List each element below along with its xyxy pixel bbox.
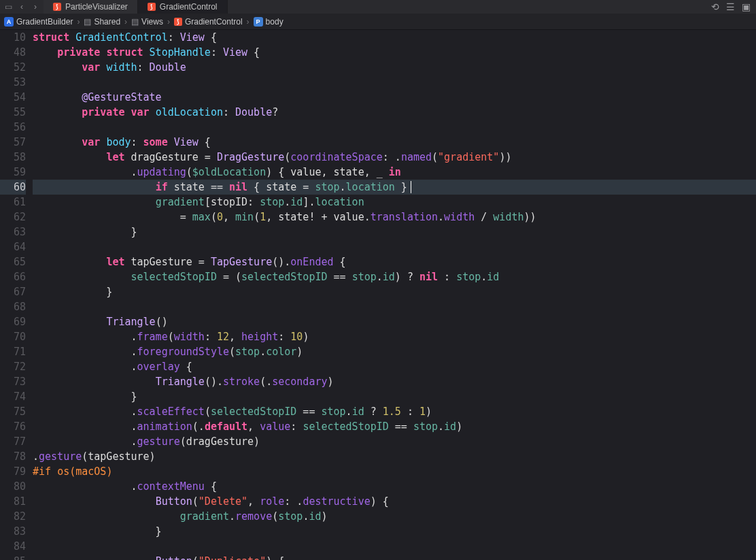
- sidebar-toggle-icon[interactable]: ▭: [1, 2, 15, 12]
- breadcrumb-app[interactable]: GradientBuilder: [16, 17, 73, 27]
- line-number: 65: [0, 254, 26, 269]
- code-line[interactable]: }: [33, 389, 756, 404]
- code-line[interactable]: }: [33, 225, 756, 240]
- line-number: 85: [0, 554, 26, 560]
- line-number: 68: [0, 299, 26, 314]
- chevron-right-icon: ›: [167, 17, 170, 27]
- line-number: 60: [0, 180, 26, 195]
- line-number: 62: [0, 210, 26, 225]
- code-line[interactable]: var body: some View {: [33, 135, 756, 150]
- code-line[interactable]: [33, 240, 756, 254]
- tab-label: ParticleVisualizer: [65, 2, 128, 12]
- line-number: 55: [0, 105, 26, 120]
- line-number: 84: [0, 539, 26, 554]
- code-line[interactable]: Triangle().stroke(.secondary): [33, 374, 756, 389]
- swift-file-icon: ⟆: [148, 3, 156, 11]
- code-line[interactable]: Button("Delete", role: .destructive) {: [33, 494, 756, 509]
- tab-label: GradientControl: [160, 2, 218, 12]
- code-line[interactable]: .updating($oldLocation) { value, state, …: [33, 165, 756, 180]
- code-line[interactable]: var width: Double: [33, 60, 756, 75]
- breadcrumb-prop[interactable]: body: [266, 17, 284, 27]
- code-line[interactable]: gradient[stopID: stop.id].location: [33, 195, 756, 210]
- code-line[interactable]: let tapGesture = TapGesture().onEnded {: [33, 254, 756, 269]
- nav-forward-icon[interactable]: ›: [29, 2, 42, 12]
- line-number: 81: [0, 494, 26, 509]
- code-line[interactable]: [33, 299, 756, 314]
- code-line[interactable]: .foregroundStyle(stop.color): [33, 344, 756, 359]
- line-number: 64: [0, 240, 26, 254]
- line-number: 61: [0, 195, 26, 210]
- line-number: 82: [0, 509, 26, 524]
- folder-icon: ▤: [131, 17, 139, 27]
- tab-gradientcontrol[interactable]: ⟆GradientControl: [138, 0, 228, 14]
- code-line[interactable]: gradient.remove(stop.id): [33, 509, 756, 524]
- swift-file-icon: ⟆: [174, 18, 182, 26]
- code-line[interactable]: struct GradientControl: View {: [33, 30, 756, 45]
- code-line[interactable]: .contextMenu {: [33, 479, 756, 494]
- code-line[interactable]: }: [33, 284, 756, 299]
- line-number: 70: [0, 329, 26, 344]
- code-line[interactable]: if state == nil { state = stop.location …: [33, 180, 756, 195]
- line-number: 74: [0, 389, 26, 404]
- code-line[interactable]: [33, 75, 756, 90]
- chevron-right-icon: ›: [124, 17, 127, 27]
- code-line[interactable]: [33, 120, 756, 135]
- breadcrumb-folder1[interactable]: Shared: [94, 17, 120, 27]
- chevron-right-icon: ›: [77, 17, 80, 27]
- code-line[interactable]: .overlay {: [33, 359, 756, 374]
- line-number: 78: [0, 449, 26, 464]
- line-number: 63: [0, 225, 26, 240]
- line-number: 59: [0, 165, 26, 180]
- tab-bar: ▭ ‹ › ⟆ParticleVisualizer⟆GradientContro…: [0, 0, 756, 14]
- code-line[interactable]: private var oldLocation: Double?: [33, 105, 756, 120]
- line-number: 53: [0, 75, 26, 90]
- code-line[interactable]: .gesture(dragGesture): [33, 434, 756, 449]
- swift-file-icon: ⟆: [53, 3, 61, 11]
- code-line[interactable]: selectedStopID = (selectedStopID == stop…: [33, 269, 756, 284]
- adjust-icon[interactable]: ☰: [726, 1, 735, 12]
- code-line[interactable]: = max(0, min(1, state! + value.translati…: [33, 210, 756, 225]
- code-line[interactable]: Triangle(): [33, 314, 756, 329]
- code-line[interactable]: }: [33, 524, 756, 539]
- line-number: 80: [0, 479, 26, 494]
- code-editor[interactable]: 1048525354555657585960616263646566676869…: [0, 30, 756, 560]
- line-number: 79: [0, 464, 26, 479]
- line-number: 10: [0, 30, 26, 45]
- breadcrumb-struct[interactable]: GradientControl: [185, 17, 243, 27]
- line-number: 54: [0, 90, 26, 105]
- tab-particlevisualizer[interactable]: ⟆ParticleVisualizer: [44, 0, 138, 14]
- code-line[interactable]: .animation(.default, value: selectedStop…: [33, 419, 756, 434]
- text-cursor: [411, 181, 411, 193]
- line-number: 69: [0, 314, 26, 329]
- nav-back-icon[interactable]: ‹: [15, 2, 29, 12]
- breadcrumb[interactable]: A GradientBuilder › ▤ Shared › ▤ Views ›…: [0, 14, 756, 30]
- refresh-icon[interactable]: ⟲: [711, 1, 719, 12]
- code-line[interactable]: .scaleEffect(selectedStopID == stop.id ?…: [33, 404, 756, 419]
- code-line[interactable]: .frame(width: 12, height: 10): [33, 329, 756, 344]
- code-line[interactable]: let dragGesture = DragGesture(coordinate…: [33, 150, 756, 165]
- line-number: 72: [0, 359, 26, 374]
- code-line[interactable]: private struct StopHandle: View {: [33, 45, 756, 60]
- line-number: 52: [0, 60, 26, 75]
- code-line[interactable]: @GestureState: [33, 90, 756, 105]
- line-gutter: 1048525354555657585960616263646566676869…: [0, 30, 33, 560]
- line-number: 75: [0, 404, 26, 419]
- line-number: 71: [0, 344, 26, 359]
- line-number: 73: [0, 374, 26, 389]
- code-line[interactable]: [33, 539, 756, 554]
- line-number: 48: [0, 45, 26, 60]
- code-line[interactable]: #if os(macOS): [33, 464, 756, 479]
- property-icon: P: [254, 17, 263, 27]
- chevron-right-icon: ›: [247, 17, 250, 27]
- code-line[interactable]: Button("Duplicate") {: [33, 554, 756, 560]
- code-line[interactable]: .gesture(tapGesture): [33, 449, 756, 464]
- code-area[interactable]: struct GradientControl: View { private s…: [33, 30, 756, 560]
- line-number: 67: [0, 284, 26, 299]
- line-number: 56: [0, 120, 26, 135]
- line-number: 77: [0, 434, 26, 449]
- line-number: 58: [0, 150, 26, 165]
- breadcrumb-folder2[interactable]: Views: [141, 17, 163, 27]
- line-number: 57: [0, 135, 26, 150]
- panel-icon[interactable]: ▣: [742, 1, 751, 12]
- app-icon: A: [4, 17, 14, 27]
